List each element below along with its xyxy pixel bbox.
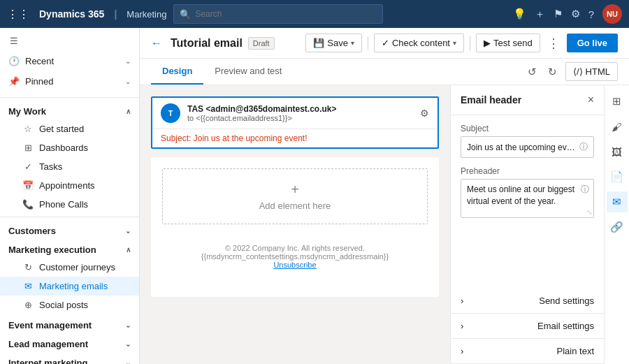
test-send-label: Test send [493, 38, 533, 48]
layout-icon[interactable]: ⊞ [607, 91, 628, 112]
email-from-row: T TAS <admin@d365domaintest.co.uk> to <{… [152, 98, 438, 129]
to-label: to [187, 114, 194, 122]
more-options-icon[interactable]: ⋮ [544, 36, 563, 51]
grid-icon[interactable]: ⋮⋮ [7, 8, 29, 21]
sidebar-item-phone-calls[interactable]: 📞 Phone Calls [0, 195, 139, 214]
status-badge: Draft [248, 37, 275, 50]
brand: Dynamics 365 | Marketing [39, 8, 166, 20]
preheader-value: Meet us online at our biggest virtual ev… [467, 184, 588, 208]
header-settings-icon[interactable]: ⚙ [420, 108, 429, 119]
plain-text-chevron: › [461, 346, 463, 356]
plain-text-label: Plain text [557, 346, 594, 356]
search-bar[interactable]: 🔍 [173, 4, 383, 24]
resize-handle[interactable]: ⤡ [586, 208, 592, 216]
html-button[interactable]: ⟨/⟩ HTML [565, 62, 618, 81]
sidebar-item-tasks[interactable]: ✓ Tasks [0, 157, 139, 176]
side-panel-title: Email header [461, 94, 521, 105]
cmd-actions: 💾 Save ▾ ✓ Check content ▾ ▶ Test send ⋮… [305, 34, 618, 52]
settings-icon[interactable]: ⚙ [571, 8, 580, 20]
email-settings-header[interactable]: › Email settings [451, 314, 604, 338]
send-settings-chevron: › [461, 296, 463, 306]
brush-icon[interactable]: 🖌 [607, 116, 628, 137]
subject-field-value: Join us at the upcoming event! [467, 143, 579, 152]
check-content-button[interactable]: ✓ Check content ▾ [374, 34, 464, 52]
content-area: ← Tutorial email Draft 💾 Save ▾ ✓ Check … [140, 28, 629, 364]
plain-text-header[interactable]: › Plain text [451, 339, 604, 363]
tab-actions: ↺ ↻ ⟨/⟩ HTML [525, 62, 618, 81]
hamburger-icon: ☰ [8, 36, 20, 46]
email-icon: ✉ [22, 281, 34, 291]
plus-icon[interactable]: ＋ [535, 8, 545, 21]
tab-design[interactable]: Design [151, 59, 203, 85]
pinned-chevron: ⌄ [125, 78, 131, 85]
sidebar-group-lead-mgmt[interactable]: Lead management ⌄ [0, 333, 139, 352]
add-element-area[interactable]: + Add element here [162, 168, 428, 224]
tab-preview[interactable]: Preview and test [203, 59, 293, 85]
sidebar-item-get-started[interactable]: ☆ Get started [0, 119, 139, 138]
module-name[interactable]: Marketing [126, 9, 166, 20]
social-icon: ⊕ [22, 300, 34, 310]
phone-calls-label: Phone Calls [39, 199, 88, 210]
sidebar-item-marketing-emails[interactable]: ✉ Marketing emails [0, 277, 139, 296]
from-line: TAS <admin@d365domaintest.co.uk> [187, 104, 420, 114]
preheader-info-icon[interactable]: ⓘ [581, 184, 589, 196]
filter-icon[interactable]: ⚑ [554, 8, 563, 20]
email-header-info: TAS <admin@d365domaintest.co.uk> to <{{c… [187, 104, 420, 122]
customer-journeys-label: Customer journeys [39, 262, 115, 272]
sidebar-item-customer-journeys[interactable]: ↻ Customer journeys [0, 258, 139, 277]
sidebar-item-pinned[interactable]: 📌 Pinned ⌄ [0, 71, 139, 92]
save-dropdown-arrow[interactable]: ▾ [351, 39, 354, 47]
side-panel: Email header × Subject Join us at the up… [450, 85, 604, 364]
sidebar-item-dashboards[interactable]: ⊞ Dashboards [0, 138, 139, 157]
sidebar-group-internet-mktg[interactable]: Internet marketing ⌄ [0, 352, 139, 364]
marketing-emails-label: Marketing emails [39, 281, 108, 291]
sidebar-group-marketing-exec[interactable]: Marketing execution ∧ [0, 239, 139, 258]
send-settings-label: Send settings [539, 296, 594, 306]
check-icon: ✓ [382, 38, 389, 48]
pin-icon: 📌 [8, 76, 20, 87]
unsubscribe-link[interactable]: Unsubscribe [273, 261, 316, 269]
avatar[interactable]: NU [602, 4, 622, 24]
send-settings-header[interactable]: › Send settings [451, 289, 604, 313]
go-live-button[interactable]: Go live [567, 34, 618, 52]
check-content-dropdown[interactable]: ▾ [453, 39, 456, 47]
sidebar-item-social-posts[interactable]: ⊕ Social posts [0, 296, 139, 314]
preheader-field[interactable]: Meet us online at our biggest virtual ev… [461, 179, 594, 218]
sidebar-group-customers[interactable]: Customers ⌄ [0, 220, 139, 239]
help-icon[interactable]: ? [588, 8, 594, 20]
lightbulb-icon[interactable]: 💡 [513, 8, 526, 20]
undo-button[interactable]: ↺ [525, 63, 540, 81]
calendar-icon: 📅 [22, 180, 34, 191]
app-name[interactable]: Dynamics 365 [39, 8, 104, 20]
back-button[interactable]: ← [151, 37, 162, 50]
email-panel-icon[interactable]: ✉ [607, 191, 628, 212]
pinned-label: Pinned [25, 76, 53, 87]
close-icon[interactable]: × [588, 94, 594, 106]
divider-2 [0, 217, 139, 217]
dashboard-icon: ⊞ [22, 143, 34, 153]
save-button[interactable]: 💾 Save ▾ [305, 34, 362, 52]
sidebar-item-appointments[interactable]: 📅 Appointments [0, 176, 139, 195]
subject-field[interactable]: Join us at the upcoming event! ⓘ [461, 136, 594, 158]
tab-bar: Design Preview and test ↺ ↻ ⟨/⟩ HTML [140, 59, 629, 85]
subject-field-label: Subject [461, 124, 594, 133]
link-icon[interactable]: 🔗 [607, 217, 628, 238]
redo-button[interactable]: ↻ [545, 63, 560, 81]
image-icon[interactable]: 🖼 [607, 141, 628, 162]
side-panel-header: Email header × [451, 85, 604, 115]
search-input[interactable] [195, 9, 377, 19]
html-label: HTML [586, 66, 610, 77]
subject-info-icon[interactable]: ⓘ [579, 141, 588, 153]
sidebar-group-my-work[interactable]: My Work ∧ [0, 101, 139, 119]
subject-value: Join us at the upcoming event! [194, 133, 308, 143]
recent-label: Recent [25, 56, 54, 66]
sidebar-item-hamburger[interactable]: ☰ [0, 31, 139, 51]
side-panel-content: Subject Join us at the upcoming event! ⓘ… [451, 115, 604, 289]
marketing-execution-label: Marketing execution [8, 245, 96, 255]
email-settings-chevron: › [461, 321, 463, 331]
test-send-button[interactable]: ▶ Test send [476, 34, 540, 52]
brand-separator: | [114, 8, 117, 20]
sidebar-group-event-mgmt[interactable]: Event management ⌄ [0, 314, 139, 333]
sidebar-item-recent[interactable]: 🕐 Recent ⌄ [0, 51, 139, 71]
document-icon[interactable]: 📄 [607, 166, 628, 187]
